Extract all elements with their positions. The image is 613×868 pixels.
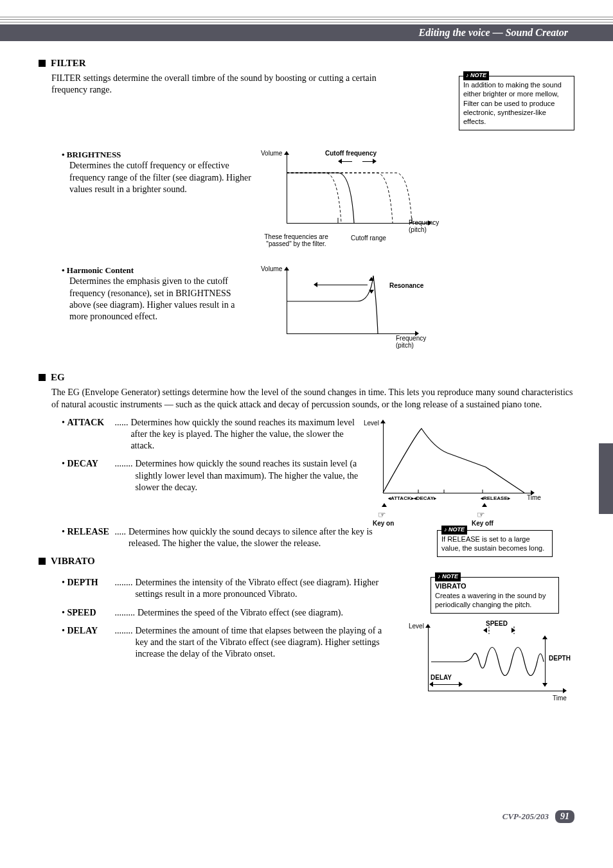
eg-heading: EG [39, 372, 574, 383]
harmonic-label: • Harmonic Content [62, 265, 254, 276]
footer: CVP-205/203 91 [502, 810, 574, 823]
vibrato-heading: VIBRATO [39, 556, 386, 567]
brightness-text: Determines the cutoff frequency or effec… [69, 160, 254, 195]
filter-note: NOTE In addition to making the sound eit… [459, 76, 574, 130]
note-label-icon: NOTE [463, 71, 489, 80]
vibrato-depth: • DEPTH........ Determines the intensity… [62, 577, 392, 600]
note-label-icon: NOTE [441, 526, 467, 535]
side-tab [599, 443, 613, 514]
square-bullet-icon [39, 60, 46, 67]
top-rule-group [0, 0, 613, 22]
filter-intro: FILTER settings determine the overall ti… [51, 73, 398, 96]
vibrato-delay: • DELAY........ Determines the amount of… [62, 625, 392, 660]
footer-model: CVP-205/203 [502, 811, 549, 822]
vibrato-diagram: Level SPEED DEPTH DELAY [411, 623, 572, 706]
harmonic-text: Determines the emphasis given to the cut… [69, 276, 254, 323]
page-number: 91 [555, 810, 574, 823]
vibrato-speed: • SPEED......... Determines the speed of… [62, 607, 392, 619]
header-bar: Editing the voice — Sound Creator [0, 24, 613, 41]
hand-icon: ☞ [378, 509, 386, 520]
note-label-icon: NOTE [435, 572, 461, 581]
cutoff-diagram: Volume Cutoff frequency These frequencie… [267, 150, 460, 252]
filter-heading: FILTER [39, 58, 459, 69]
square-bullet-icon [39, 374, 46, 381]
eg-decay: • DECAY........ Determines how quickly t… [62, 458, 360, 493]
header-title: Editing the voice — Sound Creator [419, 27, 568, 38]
eg-intro: The EG (Envelope Generator) settings det… [51, 387, 574, 410]
hand-icon: ☞ [477, 509, 485, 520]
brightness-label: • BRIGHTNESS [62, 150, 254, 160]
eg-attack: • ATTACK...... Determines how quickly th… [62, 417, 360, 452]
square-bullet-icon [39, 558, 46, 565]
eg-release: • RELEASE..... Determines how quickly th… [62, 526, 386, 549]
resonance-diagram: Volume Resonance Frequency (pitch) [267, 265, 460, 355]
eg-diagram: Level ◂ATTACK▸◂DECAY▸ ◂RELEASE▸ Time ☞ ☞ [366, 417, 546, 526]
vibrato-note: NOTE VIBRATO Creates a wavering in the s… [431, 577, 559, 614]
eg-note: NOTE If RELEASE is set to a large value,… [437, 530, 553, 558]
